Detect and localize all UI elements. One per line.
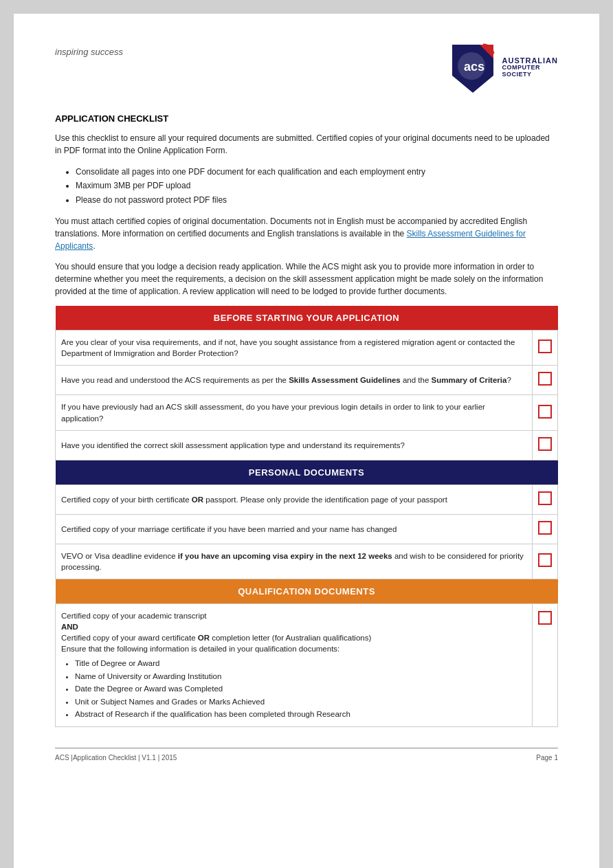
checkbox-cell[interactable]: [533, 544, 558, 579]
footer-left: ACS |Application Checklist | V1.1 | 2015: [55, 754, 177, 761]
checkbox[interactable]: [538, 372, 552, 386]
section-header-row: QUALIFICATION DOCUMENTS: [56, 579, 558, 604]
logo-line3: SOCIETY: [502, 71, 559, 78]
item-text: Are you clear of your visa requirements,…: [56, 331, 533, 366]
list-item: Name of University or Awarding Instituti…: [75, 670, 526, 682]
section-header-row: PERSONAL DOCUMENTS: [56, 460, 558, 485]
personal-documents-header: PERSONAL DOCUMENTS: [56, 460, 558, 485]
item-text: Certified copy of your marriage certific…: [56, 514, 533, 544]
tagline: inspiring success: [55, 41, 123, 57]
bold-text: Skills Assessment Guidelines: [289, 376, 401, 384]
checkbox-cell[interactable]: [533, 604, 558, 727]
bold-text: if you have an upcoming visa expiry in t…: [178, 552, 392, 560]
before-starting-header: BEFORE STARTING YOUR APPLICATION: [56, 306, 558, 331]
svg-text:acs: acs: [464, 60, 484, 74]
list-item: Please do not password protect PDF files: [76, 193, 558, 207]
checkbox-cell[interactable]: [533, 514, 558, 544]
table-row: Have you read and understood the ACS req…: [56, 366, 558, 395]
list-item: Abstract of Research if the qualificatio…: [75, 708, 526, 720]
checkbox[interactable]: [538, 611, 552, 625]
checkbox[interactable]: [538, 405, 552, 419]
checkbox-cell[interactable]: [533, 395, 558, 430]
checkbox[interactable]: [538, 340, 552, 353]
footer-right: Page 1: [536, 754, 558, 761]
checkbox-cell[interactable]: [533, 485, 558, 514]
checklist-table: BEFORE STARTING YOUR APPLICATION Are you…: [55, 306, 558, 727]
logo-text: AUSTRALIAN COMPUTER SOCIETY: [502, 56, 559, 78]
acs-shield-icon: acs: [449, 41, 497, 93]
intro-para2: You must attach certified copies of orig…: [55, 215, 558, 252]
page-footer: ACS |Application Checklist | V1.1 | 2015…: [55, 748, 558, 761]
logo-line1: AUSTRALIAN: [502, 56, 559, 65]
page: inspiring success acs AUSTRALIAN COMPUTE…: [14, 14, 599, 868]
item-text: Have you identified the correct skill as…: [56, 430, 533, 460]
list-item: Date the Degree or Award was Completed: [75, 682, 526, 695]
intro-para3: You should ensure that you lodge a decis…: [55, 260, 558, 298]
item-text: Certified copy of your academic transcri…: [56, 604, 533, 727]
qualification-documents-header: QUALIFICATION DOCUMENTS: [56, 579, 558, 604]
item-text: Have you read and understood the ACS req…: [56, 366, 533, 395]
checkbox-cell[interactable]: [533, 331, 558, 366]
bold-text: OR: [198, 634, 210, 642]
list-item: Title of Degree or Award: [75, 657, 526, 669]
qualification-bullet-list: Title of Degree or Award Name of Univers…: [75, 657, 526, 720]
checkbox[interactable]: [538, 521, 552, 535]
table-row: Certified copy of your marriage certific…: [56, 514, 558, 544]
checkbox-cell[interactable]: [533, 366, 558, 395]
intro-bullet-list: Consolidate all pages into one PDF docum…: [76, 165, 558, 207]
intro-para1: Use this checklist to ensure all your re…: [55, 132, 558, 157]
table-row: Certified copy of your academic transcri…: [56, 604, 558, 727]
logo: acs AUSTRALIAN COMPUTER SOCIETY: [449, 41, 559, 93]
checkbox-cell[interactable]: [533, 430, 558, 460]
table-row: VEVO or Visa deadline evidence if you ha…: [56, 544, 558, 579]
bold-text: Summary of Criteria: [431, 376, 506, 384]
para2-after-link: .: [93, 241, 95, 251]
page-header: inspiring success acs AUSTRALIAN COMPUTE…: [55, 41, 558, 93]
bold-text: OR: [192, 496, 203, 504]
list-item: Consolidate all pages into one PDF docum…: [76, 165, 558, 179]
item-text: If you have previously had an ACS skill …: [56, 395, 533, 430]
item-text: Certified copy of your birth certificate…: [56, 485, 533, 514]
bold-text: AND: [61, 623, 78, 631]
table-row: Have you identified the correct skill as…: [56, 430, 558, 460]
checkbox[interactable]: [538, 553, 552, 567]
table-row: If you have previously had an ACS skill …: [56, 395, 558, 430]
page-title: APPLICATION CHECKLIST: [55, 113, 558, 124]
checkbox[interactable]: [538, 491, 552, 505]
table-row: Are you clear of your visa requirements,…: [56, 331, 558, 366]
checkbox[interactable]: [538, 437, 552, 451]
list-item: Unit or Subject Names and Grades or Mark…: [75, 695, 526, 708]
list-item: Maximum 3MB per PDF upload: [76, 179, 558, 192]
section-header-row: BEFORE STARTING YOUR APPLICATION: [56, 306, 558, 331]
table-row: Certified copy of your birth certificate…: [56, 485, 558, 514]
item-text: VEVO or Visa deadline evidence if you ha…: [56, 544, 533, 579]
